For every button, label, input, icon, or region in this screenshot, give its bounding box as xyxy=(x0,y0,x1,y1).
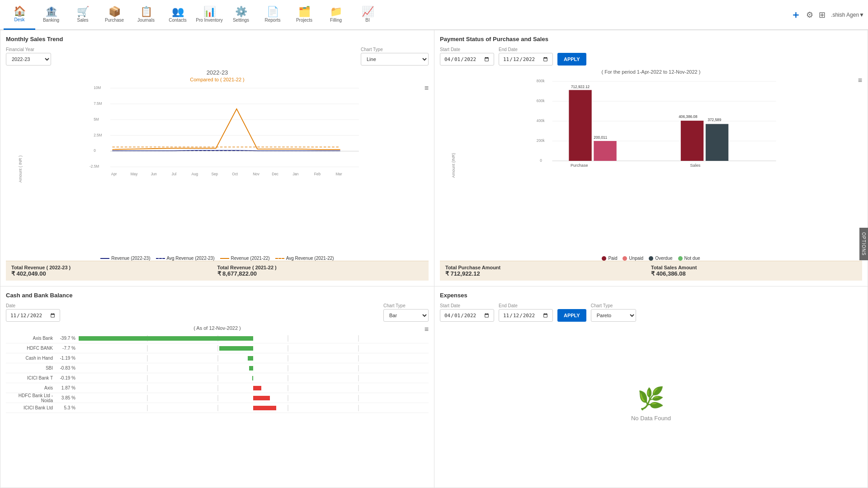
total-revenue-2122-value: ₹ 8,677,822.00 xyxy=(217,270,424,277)
svg-rect-38 xyxy=(594,141,616,161)
bank-bar-area xyxy=(77,385,429,391)
financial-year-select[interactable]: 2022-23 xyxy=(6,53,51,66)
legend-not-due: Not due xyxy=(678,256,700,261)
svg-text:-2.5M: -2.5M xyxy=(90,164,99,169)
bank-row-label: HDFC Bank Ltd - Noida xyxy=(6,393,56,403)
payment-status-panel: Payment Status of Purchase and Sales Sta… xyxy=(434,30,868,286)
nav-label-pro-inventory: Pro Inventory xyxy=(196,18,222,23)
nav-item-journals[interactable]: 📋 Journals xyxy=(130,0,162,30)
options-tab[interactable]: OPTIONS xyxy=(859,228,868,260)
reports-icon: 📄 xyxy=(267,7,279,17)
bank-bar xyxy=(249,366,253,371)
svg-text:Nov: Nov xyxy=(253,172,260,176)
chart-type-group: Chart Type Line Bar xyxy=(361,47,429,66)
projects-icon: 🗂️ xyxy=(298,7,311,17)
exp-chart-type-select[interactable]: Pareto xyxy=(591,309,636,322)
ps-apply-button[interactable]: APPLY xyxy=(557,53,586,66)
ps-end-date-input[interactable] xyxy=(499,53,553,66)
cb-date-label: Date xyxy=(6,303,60,308)
sales-chart-subtitle: Compared to ( 2021-22 ) xyxy=(6,77,429,82)
bank-row-pct: 1.87 % xyxy=(56,385,77,390)
bank-chart-area: Axis Bank-39.7 %HDFC BANK-7.7 %Cash in H… xyxy=(6,333,429,482)
bank-row-label: SBI xyxy=(6,366,56,371)
cash-bank-panel: Cash and Bank Balance Date Chart Type Ba… xyxy=(0,286,434,488)
cb-menu-icon[interactable]: ≡ xyxy=(425,325,429,333)
sales-chart-title: 2022-23 xyxy=(6,69,429,76)
legend-avg-2122: Avg Revenue (2021-22) xyxy=(275,256,334,261)
total-sales-block: Total Sales Amount ₹ 406,386.08 xyxy=(651,265,857,277)
nav-item-settings[interactable]: ⚙️ Settings xyxy=(225,0,257,30)
ps-start-date-input[interactable] xyxy=(440,53,494,66)
bank-bar-area xyxy=(77,335,429,342)
legend-paid: Paid xyxy=(602,256,617,261)
chart-type-select[interactable]: Line Bar xyxy=(361,53,429,66)
legend-revenue-2223: Revenue (2022-23) xyxy=(100,256,150,261)
main-content: Monthly Sales Trend Financial Year 2022-… xyxy=(0,30,868,488)
ps-y-axis-label: Amount (INR) xyxy=(451,153,456,178)
nav-item-filling[interactable]: 📁 Filling xyxy=(320,0,352,30)
bank-row-pct: -0.19 % xyxy=(56,375,77,380)
cb-as-of: ( As of 12-Nov-2022 ) ≡ xyxy=(6,325,429,331)
svg-rect-42 xyxy=(706,124,728,161)
sales-line-chart: 10M 7.5M 5M 2.5M 0 -2.5M xyxy=(15,84,438,183)
bank-row-pct: -0.83 % xyxy=(56,366,77,371)
cb-chart-type-select[interactable]: Bar xyxy=(383,309,429,322)
settings-button[interactable]: ⚙ xyxy=(806,10,813,20)
add-button[interactable]: ＋ xyxy=(791,8,801,22)
total-revenue-2122-label: Total Revenue ( 2021-22 ) xyxy=(217,265,424,270)
pro-inventory-icon: 📊 xyxy=(203,7,216,17)
ps-start-date-label: Start Date xyxy=(440,47,494,52)
svg-text:May: May xyxy=(131,172,138,176)
bank-row: ICICI Bank T-0.19 % xyxy=(6,373,429,383)
exp-apply-button[interactable]: APPLY xyxy=(557,309,586,322)
nav-item-pro-inventory[interactable]: 📊 Pro Inventory xyxy=(193,0,225,30)
expenses-controls: Start Date End Date APPLY Chart Type Par… xyxy=(440,303,862,322)
svg-text:406,386.08: 406,386.08 xyxy=(679,115,698,119)
cb-as-of-text: ( As of 12-Nov-2022 ) xyxy=(193,325,241,331)
svg-text:Apr: Apr xyxy=(111,172,117,176)
svg-rect-40 xyxy=(681,121,703,161)
nav-item-desk[interactable]: 🏠 Desk xyxy=(4,0,35,30)
nav-label-bi: BI xyxy=(365,18,369,23)
nav-label-contacts: Contacts xyxy=(169,18,186,23)
total-revenue-2122-block: Total Revenue ( 2021-22 ) ₹ 8,677,822.00 xyxy=(217,265,424,277)
nav-item-banking[interactable]: 🏦 Banking xyxy=(35,0,67,30)
total-revenue-2223-value: ₹ 402,049.00 xyxy=(11,270,217,277)
nav-item-purchase[interactable]: 📦 Purchase xyxy=(99,0,130,30)
nav-item-projects[interactable]: 🗂️ Projects xyxy=(288,0,320,30)
exp-end-date-group: End Date xyxy=(499,303,553,322)
grid-button[interactable]: ⊞ xyxy=(819,10,826,20)
svg-rect-36 xyxy=(569,90,591,161)
payment-status-footer: Total Purchase Amount ₹ 712,922.12 Total… xyxy=(440,261,862,281)
svg-text:712,922.12: 712,922.12 xyxy=(571,85,590,89)
svg-text:Jul: Jul xyxy=(172,172,177,176)
bank-row-pct: -1.19 % xyxy=(56,356,77,361)
chart-type-label: Chart Type xyxy=(361,47,429,52)
total-purchase-block: Total Purchase Amount ₹ 712,922.12 xyxy=(445,265,651,277)
expenses-title: Expenses xyxy=(440,292,862,299)
bank-row-label: Axis Bank xyxy=(6,336,56,341)
sales-menu-icon[interactable]: ≡ xyxy=(425,84,429,92)
nav-item-contacts[interactable]: 👥 Contacts xyxy=(162,0,193,30)
legend-unpaid: Unpaid xyxy=(623,256,643,261)
bank-row-pct: 5.3 % xyxy=(56,405,77,410)
bank-row: SBI-0.83 % xyxy=(6,363,429,373)
bank-row-label: Cash in Hand xyxy=(6,356,56,361)
cash-bank-controls: Date Chart Type Bar xyxy=(6,303,429,322)
nav-item-bi[interactable]: 📈 BI xyxy=(352,0,383,30)
svg-text:Oct: Oct xyxy=(232,172,238,176)
exp-chart-type-label: Chart Type xyxy=(591,303,636,308)
no-data-text: No Data Found xyxy=(631,415,671,422)
user-menu[interactable]: .shish Agen▼ xyxy=(831,12,864,18)
nav-item-reports[interactable]: 📄 Reports xyxy=(257,0,288,30)
top-nav: 🏠 Desk 🏦 Banking 🛒 Sales 📦 Purchase 📋 Jo… xyxy=(0,0,868,30)
banking-icon: 🏦 xyxy=(45,7,57,17)
cb-date-input[interactable] xyxy=(6,309,60,322)
legend-revenue-2122: Revenue (2021-22) xyxy=(220,256,270,261)
exp-end-date-input[interactable] xyxy=(499,309,553,322)
nav-item-sales[interactable]: 🛒 Sales xyxy=(67,0,99,30)
exp-start-date-input[interactable] xyxy=(440,309,494,322)
bank-row: Axis Bank-39.7 % xyxy=(6,333,429,343)
ps-menu-icon[interactable]: ≡ xyxy=(858,76,862,84)
nav-label-purchase: Purchase xyxy=(105,18,124,23)
